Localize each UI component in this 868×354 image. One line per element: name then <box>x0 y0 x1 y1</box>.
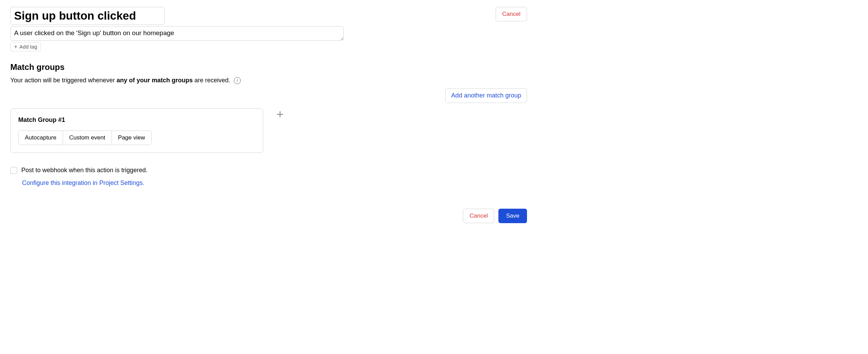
cancel-button-bottom[interactable]: Cancel <box>463 209 494 223</box>
match-groups-description: Your action will be triggered whenever a… <box>10 77 858 84</box>
info-icon[interactable]: i <box>234 77 241 84</box>
match-group-title: Match Group #1 <box>18 116 255 124</box>
option-custom-event[interactable]: Custom event <box>63 131 112 145</box>
option-page-view[interactable]: Page view <box>112 131 151 145</box>
post-to-webhook-checkbox[interactable] <box>10 167 17 174</box>
plus-icon: + <box>14 44 17 50</box>
match-groups-heading: Match groups <box>10 62 858 72</box>
save-button[interactable]: Save <box>498 209 527 223</box>
match-type-segmented: Autocapture Custom event Page view <box>18 131 152 145</box>
post-to-webhook-label: Post to webhook when this action is trig… <box>21 167 147 174</box>
option-autocapture[interactable]: Autocapture <box>19 131 63 145</box>
action-title-input[interactable] <box>10 7 165 25</box>
add-tag-label: Add tag <box>19 44 37 50</box>
cancel-button-top[interactable]: Cancel <box>496 7 527 21</box>
add-match-group-plus-icon[interactable] <box>274 108 286 120</box>
add-another-match-group-button[interactable]: Add another match group <box>445 88 527 103</box>
match-group-card: Match Group #1 Autocapture Custom event … <box>10 108 263 153</box>
configure-integration-link[interactable]: Configure this integration in Project Se… <box>22 179 144 187</box>
description-textarea[interactable]: <span class="textcursor"></span> <box>10 26 344 41</box>
add-tag-button[interactable]: + Add tag <box>10 42 41 51</box>
